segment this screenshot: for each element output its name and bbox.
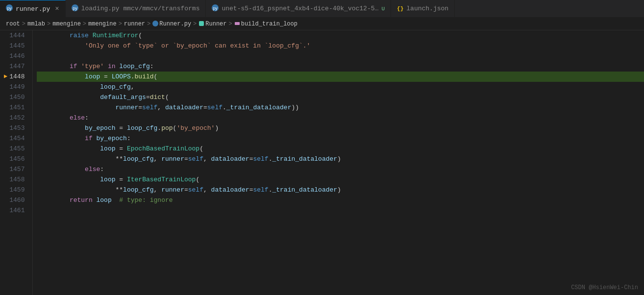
editor: 1444144514461447▶14481449145014511452145… [0, 30, 644, 295]
code-line: loop = LOOPS.build( [37, 72, 644, 82]
token-plain [93, 197, 97, 204]
token-punc: ( [165, 94, 169, 101]
token-plain [39, 42, 85, 49]
token-punc: : [127, 135, 131, 142]
token-op: = [104, 73, 108, 80]
token-var: dataloader [165, 104, 203, 111]
token-op: ** [115, 155, 123, 163]
token-var: by_epoch [85, 124, 115, 132]
token-var: runner [161, 186, 184, 194]
token-punc: , [203, 186, 207, 194]
tab-runner[interactable]: pyrunner.py× [0, 0, 66, 17]
token-op: = [203, 104, 207, 111]
token-plain [39, 186, 115, 194]
token-var: default_args [100, 94, 146, 101]
token-punc: ( [154, 73, 158, 80]
token-attr: _train_dataloader [272, 155, 337, 163]
tab-launch[interactable]: {}launch.json [391, 0, 455, 17]
token-plain [39, 135, 85, 142]
token-punc: ( [196, 176, 199, 183]
token-op: = [146, 94, 150, 101]
breadcrumb-separator: > [47, 21, 50, 27]
token-err-cls: RuntimeError [93, 32, 139, 39]
token-plain [39, 94, 100, 101]
line-number: 1450 [4, 92, 26, 102]
code-line: else: [37, 113, 644, 123]
breadcrumb-part[interactable]: mmengine [88, 21, 117, 27]
token-punc: : [100, 166, 104, 173]
tab-label: launch.json [406, 5, 448, 12]
token-var: loop [100, 176, 115, 183]
token-op: = [119, 145, 123, 152]
token-plain [39, 83, 100, 91]
code-line: by_epoch = loop_cfg.pop('by_epoch') [37, 123, 644, 133]
svg-text:py: py [213, 6, 218, 11]
line-number: 1461 [4, 205, 26, 216]
token-punc: . [131, 73, 135, 80]
token-kw: else [70, 114, 85, 122]
tab-loading[interactable]: pyloading.py mmcv/mmcv/transforms [66, 0, 206, 17]
breadcrumb-part[interactable]: mmlab [27, 21, 45, 27]
code-line: if 'type' in loop_cfg: [37, 61, 644, 72]
code-line: loop_cfg, [37, 82, 644, 92]
token-plain [123, 145, 127, 152]
svg-text:py: py [7, 6, 12, 11]
code-line: 'Only one of `type` or `by_epoch` can ex… [37, 41, 644, 51]
token-fn: build [135, 73, 154, 80]
code-line: return loop # type: ignore [37, 195, 644, 205]
line-number: 1452 [4, 113, 26, 123]
token-punc: , [131, 83, 135, 91]
tab-label: unet-s5-d16_pspnet_4xb4-dice-40k_voc12-5… [222, 5, 378, 12]
tab-unet[interactable]: pyunet-s5-d16_pspnet_4xb4-dice-40k_voc12… [206, 0, 391, 17]
token-plain [39, 63, 69, 70]
line-number: 1458 [4, 174, 26, 185]
token-plain [39, 145, 100, 152]
token-kw2: raise [70, 32, 89, 39]
breadcrumb-part[interactable]: Runner.py [152, 21, 191, 27]
token-self-kw: self [188, 186, 203, 194]
line-number: 1460 [4, 195, 26, 205]
token-var: by_epoch [97, 135, 127, 142]
token-var: LOOPS [112, 73, 131, 80]
token-kw: else [85, 166, 100, 173]
token-plain [39, 114, 69, 122]
token-var: loop [85, 73, 100, 80]
breadcrumb-part[interactable]: build_train_loop [234, 21, 297, 27]
token-plain [123, 124, 127, 132]
token-plain [39, 124, 85, 132]
token-op: = [119, 176, 123, 183]
breadcrumb-part[interactable]: Runner [198, 21, 226, 27]
token-var: runner [161, 155, 184, 163]
svg-point-6 [152, 21, 158, 26]
token-self-kw: self [188, 155, 203, 163]
code-line [37, 51, 644, 61]
code-line: **loop_cfg, runner=self, dataloader=self… [37, 154, 644, 164]
line-number: 1456 [4, 154, 26, 164]
token-plain [100, 73, 104, 80]
breadcrumb-part[interactable]: mmengine [52, 21, 81, 27]
token-op: = [119, 124, 123, 132]
token-plain [39, 166, 85, 173]
token-str: 'Only one of `type` or `by_epoch` can ex… [85, 42, 310, 49]
token-var: dataloader [211, 155, 249, 163]
token-plain [39, 176, 100, 183]
tab-close-button[interactable]: × [55, 5, 59, 13]
token-punc: ( [199, 145, 203, 152]
svg-text:py: py [73, 6, 77, 11]
breadcrumb-part[interactable]: root [6, 21, 20, 27]
token-plain [39, 197, 69, 204]
token-punc: ( [138, 32, 142, 39]
watermark: CSDN @HsienWei-Chin [571, 284, 638, 291]
line-number: 1445 [4, 41, 26, 51]
line-number: 1447 [4, 61, 26, 72]
python-icon: py [72, 4, 78, 13]
token-plain [104, 63, 108, 70]
token-punc: )) [291, 104, 299, 111]
token-op: ** [115, 186, 123, 194]
token-punc: ) [337, 155, 341, 163]
breadcrumb-separator: > [193, 21, 197, 27]
token-self-kw: self [253, 155, 268, 163]
token-attr: _train_dataloader [226, 104, 292, 111]
breadcrumb-part[interactable]: runner [124, 21, 145, 27]
token-var: loop_cfg [127, 124, 157, 132]
